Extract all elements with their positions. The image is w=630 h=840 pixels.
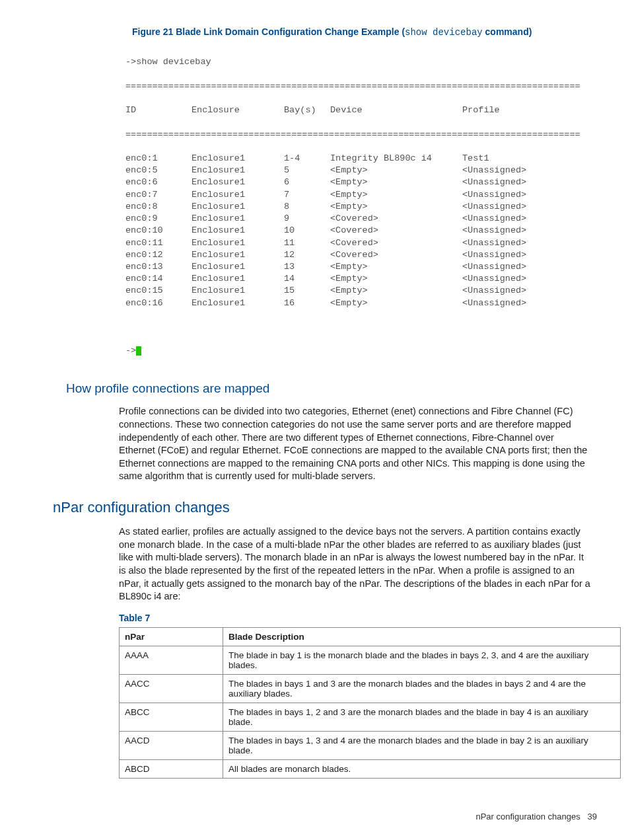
terminal-cell-profile: <Unassigned>: [462, 225, 555, 237]
terminal-row: enc0:7Enclosure17<Empty><Unassigned>: [125, 189, 597, 201]
terminal-cell-id: enc0:9: [125, 213, 192, 225]
cell-npar: AACC: [120, 675, 223, 703]
terminal-cell-device: <Empty>: [330, 273, 462, 285]
section-body-npar: As stated earlier, profiles are actually…: [119, 525, 590, 603]
terminal-cell-bays: 14: [284, 273, 330, 285]
th-device: Device: [330, 104, 462, 116]
terminal-cell-profile: <Unassigned>: [462, 189, 555, 201]
terminal-cell-enclosure: Enclosure1: [192, 297, 284, 309]
terminal-cell-enclosure: Enclosure1: [192, 213, 284, 225]
terminal-cell-device: Integrity BL890c i4: [330, 153, 462, 165]
terminal-cell-enclosure: Enclosure1: [192, 201, 284, 213]
section-body-profile-mapping: Profile connections can be divided into …: [119, 405, 590, 482]
terminal-cell-profile: <Unassigned>: [462, 249, 555, 261]
terminal-cell-enclosure: Enclosure1: [192, 237, 284, 249]
table-header-row: nPar Blade Description: [120, 628, 621, 646]
terminal-row: enc0:11Enclosure111<Covered><Unassigned>: [125, 237, 597, 249]
terminal-cell-bays: 7: [284, 189, 330, 201]
terminal-row: enc0:15Enclosure115<Empty><Unassigned>: [125, 285, 597, 297]
cell-desc: All blades are monarch blades.: [223, 760, 621, 779]
terminal-cell-enclosure: Enclosure1: [192, 285, 284, 297]
table-row: ABCDAll blades are monarch blades.: [120, 760, 621, 779]
terminal-blank: [125, 321, 597, 333]
th-enclosure: Enclosure: [192, 104, 284, 116]
table-row: AACDThe blades in bays 1, 3 and 4 are th…: [120, 732, 621, 760]
terminal-cell-bays: 11: [284, 237, 330, 249]
terminal-row: enc0:9Enclosure19<Covered><Unassigned>: [125, 213, 597, 225]
terminal-cell-id: enc0:10: [125, 225, 192, 237]
th-blade-desc: Blade Description: [223, 628, 621, 646]
terminal-cell-bays: 1-4: [284, 153, 330, 165]
terminal-cell-device: <Empty>: [330, 201, 462, 213]
terminal-cell-id: enc0:14: [125, 273, 192, 285]
terminal-cell-id: enc0:12: [125, 249, 192, 261]
cell-npar: AAAA: [120, 646, 223, 675]
terminal-row: enc0:16Enclosure116<Empty><Unassigned>: [125, 297, 597, 309]
section-heading-profile-mapping: How profile connections are mapped: [66, 381, 597, 396]
terminal-cell-id: enc0:8: [125, 201, 192, 213]
terminal-row: enc0:8Enclosure18<Empty><Unassigned>: [125, 201, 597, 213]
terminal-cell-enclosure: Enclosure1: [192, 176, 284, 188]
table-row: AAAAThe blade in bay 1 is the monarch bl…: [120, 646, 621, 675]
terminal-cell-device: <Covered>: [330, 237, 462, 249]
terminal-cell-profile: <Unassigned>: [462, 213, 555, 225]
th-id: ID: [125, 104, 192, 116]
table-row: AACCThe blades in bays 1 and 3 are the m…: [120, 675, 621, 703]
terminal-row: enc0:6Enclosure16<Empty><Unassigned>: [125, 176, 597, 188]
terminal-cell-enclosure: Enclosure1: [192, 165, 284, 176]
terminal-cell-id: enc0:6: [125, 176, 192, 188]
cell-npar: ABCC: [120, 703, 223, 732]
cell-npar: AACD: [120, 732, 223, 760]
terminal-cell-bays: 5: [284, 165, 330, 176]
terminal-row: enc0:1Enclosure11-4Integrity BL890c i4Te…: [125, 153, 597, 165]
cursor-icon: [136, 346, 141, 356]
th-profile: Profile: [462, 104, 555, 116]
terminal-cell-device: <Empty>: [330, 285, 462, 297]
terminal-cell-bays: 8: [284, 201, 330, 213]
terminal-cell-enclosure: Enclosure1: [192, 225, 284, 237]
terminal-output: ->show devicebay =======================…: [125, 44, 597, 369]
footer-page: 39: [588, 812, 597, 821]
section-heading-npar: nPar configuration changes: [53, 499, 597, 516]
figure-label-suffix: command): [483, 26, 532, 37]
terminal-cell-id: enc0:7: [125, 189, 192, 201]
terminal-cell-bays: 12: [284, 249, 330, 261]
terminal-row: enc0:10Enclosure110<Covered><Unassigned>: [125, 225, 597, 237]
terminal-cell-id: enc0:11: [125, 237, 192, 249]
terminal-cell-profile: <Unassigned>: [462, 285, 555, 297]
terminal-cell-profile: <Unassigned>: [462, 176, 555, 188]
terminal-row: enc0:14Enclosure114<Empty><Unassigned>: [125, 273, 597, 285]
terminal-cell-enclosure: Enclosure1: [192, 189, 284, 201]
terminal-cell-device: <Empty>: [330, 297, 462, 309]
terminal-prompt: ->show devicebay: [125, 56, 597, 68]
footer-text: nPar configuration changes: [475, 812, 580, 821]
cell-desc: The blades in bays 1, 2 and 3 are the mo…: [223, 703, 621, 732]
terminal-cell-enclosure: Enclosure1: [192, 153, 284, 165]
terminal-cell-profile: <Unassigned>: [462, 237, 555, 249]
cell-desc: The blades in bays 1 and 3 are the monar…: [223, 675, 621, 703]
terminal-prompt-end: ->: [125, 345, 597, 357]
th-bays: Bay(s): [284, 104, 330, 116]
npar-table: nPar Blade Description AAAAThe blade in …: [119, 627, 621, 779]
cell-desc: The blades in bays 1, 3 and 4 are the mo…: [223, 732, 621, 760]
table-row: ABCCThe blades in bays 1, 2 and 3 are th…: [120, 703, 621, 732]
terminal-cell-id: enc0:16: [125, 297, 192, 309]
terminal-cell-profile: <Unassigned>: [462, 297, 555, 309]
terminal-divider: ========================================…: [125, 81, 597, 93]
terminal-cell-device: <Covered>: [330, 249, 462, 261]
terminal-cell-profile: <Unassigned>: [462, 273, 555, 285]
terminal-cell-bays: 13: [284, 261, 330, 273]
figure-label-prefix: Figure 21 Blade Link Domain Configuratio…: [132, 26, 405, 37]
terminal-cell-profile: Test1: [462, 153, 555, 165]
terminal-cell-id: enc0:1: [125, 153, 192, 165]
terminal-cell-profile: <Unassigned>: [462, 261, 555, 273]
terminal-cell-bays: 9: [284, 213, 330, 225]
terminal-cell-bays: 16: [284, 297, 330, 309]
figure-command: show devicebay: [405, 27, 483, 38]
terminal-cell-profile: <Unassigned>: [462, 201, 555, 213]
table-label: Table 7: [119, 613, 597, 623]
page-footer: nPar configuration changes 39: [53, 812, 597, 821]
th-npar: nPar: [120, 628, 223, 646]
terminal-cell-profile: <Unassigned>: [462, 165, 555, 176]
terminal-cell-bays: 6: [284, 176, 330, 188]
